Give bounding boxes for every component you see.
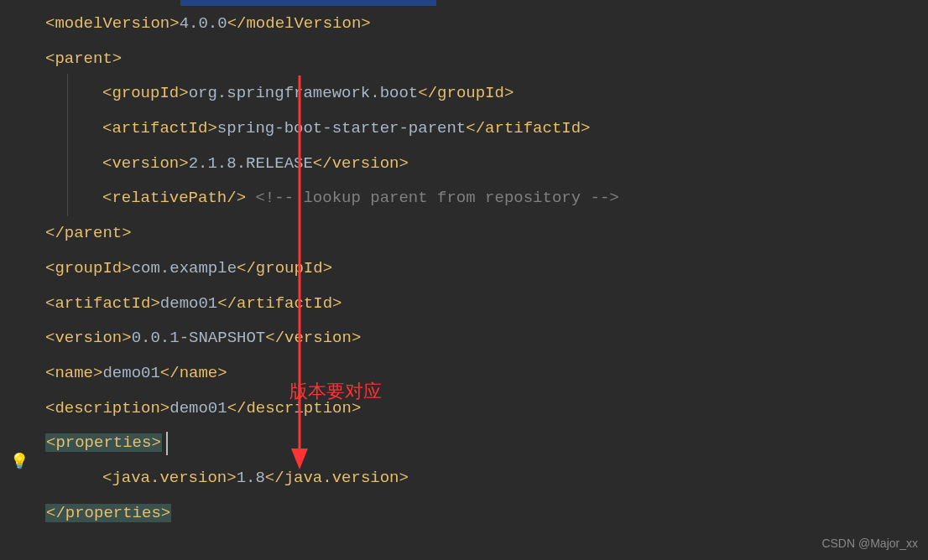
code-line[interactable]: <java.version>1.8</java.version> — [34, 461, 928, 496]
xml-tag: </description> — [227, 399, 362, 417]
xml-text: org.springframework.boot — [189, 84, 419, 102]
xml-tag: <artifactId> — [45, 294, 160, 313]
xml-tag: <groupId> — [102, 84, 189, 102]
xml-tag: <description> — [45, 399, 169, 417]
xml-tag: <java.version> — [102, 469, 237, 487]
text-cursor — [166, 432, 168, 455]
xml-tag: </name> — [160, 364, 227, 382]
xml-tag: </groupId> — [237, 259, 332, 277]
xml-text: demo01 — [160, 294, 217, 313]
xml-tag: </version> — [313, 154, 409, 173]
xml-tag: </java.version> — [265, 469, 409, 487]
xml-tag: </artifactId> — [217, 294, 341, 313]
code-line[interactable]: <parent> — [34, 42, 928, 77]
xml-tag: <name> — [45, 364, 102, 382]
code-line[interactable]: <version>0.0.1-SNAPSHOT</version> — [34, 321, 928, 356]
indent-guide — [67, 74, 68, 216]
xml-text: 0.0.1-SNAPSHOT — [132, 329, 266, 347]
xml-tag: <relativePath/> — [102, 189, 246, 207]
xml-tag: <version> — [102, 154, 189, 173]
xml-tag: <parent> — [45, 49, 122, 68]
xml-text: 2.1.8.RELEASE — [189, 154, 313, 173]
code-line[interactable]: </parent> — [34, 216, 928, 251]
xml-tag: <version> — [45, 329, 132, 347]
xml-text: spring-boot-starter-parent — [217, 119, 466, 137]
xml-tag: </parent> — [45, 224, 132, 242]
xml-tag: <modelVersion> — [45, 14, 180, 33]
code-line[interactable]: <artifactId>spring-boot-starter-parent</… — [34, 111, 928, 147]
xml-text: 4.0.0 — [180, 14, 227, 33]
code-line[interactable]: <artifactId>demo01</artifactId> — [34, 287, 928, 322]
watermark: CSDN @Major_xx — [821, 532, 918, 555]
code-line[interactable]: <name>demo01</name> — [34, 356, 928, 391]
xml-comment: <!-- lookup parent from repository --> — [246, 189, 619, 207]
xml-text: 1.8 — [237, 469, 265, 487]
xml-tag: <artifactId> — [102, 119, 217, 137]
code-line[interactable]: <relativePath/> <!-- lookup parent from … — [34, 181, 928, 216]
code-line[interactable]: <version>2.1.8.RELEASE</version> — [34, 147, 928, 182]
code-line[interactable]: <groupId>org.springframework.boot</group… — [34, 76, 928, 111]
code-editor[interactable]: <modelVersion>4.0.0</modelVersion> <pare… — [0, 0, 928, 531]
xml-tag: </artifactId> — [466, 119, 590, 137]
xml-tag: <groupId> — [45, 259, 132, 277]
xml-tag-highlighted: <properties> — [45, 433, 162, 452]
editor-gutter: 💡 — [0, 0, 34, 560]
xml-tag: </modelVersion> — [227, 14, 371, 33]
code-line[interactable]: <modelVersion>4.0.0</modelVersion> — [34, 7, 928, 42]
xml-tag: </groupId> — [418, 84, 514, 102]
xml-text: demo01 — [102, 364, 159, 382]
code-line[interactable]: </properties> — [34, 496, 928, 531]
xml-text: com.example — [132, 259, 237, 277]
xml-text: demo01 — [169, 399, 227, 417]
xml-tag-highlighted: </properties> — [45, 504, 171, 522]
code-line[interactable]: <description>demo01</description> — [34, 391, 928, 427]
xml-tag: </version> — [265, 329, 361, 347]
lightbulb-icon[interactable]: 💡 — [10, 448, 29, 476]
code-line[interactable]: <groupId>com.example</groupId> — [34, 251, 928, 287]
